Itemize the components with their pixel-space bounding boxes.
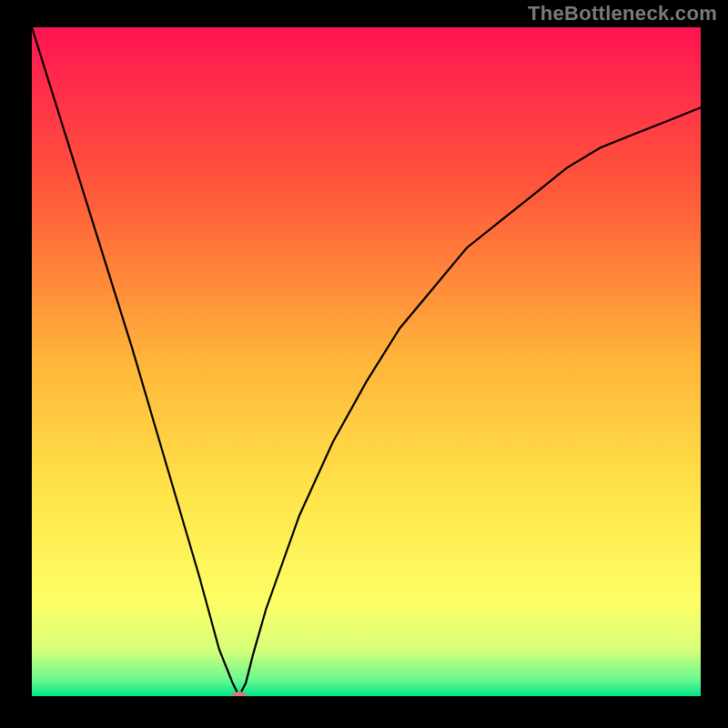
bottleneck-chart	[32, 27, 701, 696]
watermark-text: TheBottleneck.com	[528, 2, 717, 25]
chart-background	[32, 27, 701, 696]
plot-area	[32, 27, 701, 696]
chart-frame: TheBottleneck.com	[0, 0, 728, 728]
